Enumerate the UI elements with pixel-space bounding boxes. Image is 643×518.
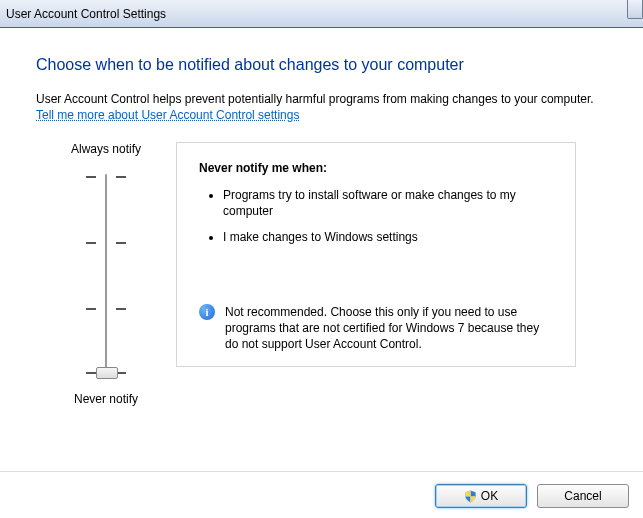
ok-button[interactable]: OK [435,484,527,508]
level-bullet-list: Programs try to install software or make… [199,187,553,246]
ok-button-label: OK [481,489,498,503]
level-bullet: Programs try to install software or make… [223,187,553,219]
level-bullet: I make changes to Windows settings [223,229,553,245]
uac-slider[interactable] [76,164,136,384]
slider-tick [116,176,126,178]
footer-separator [0,471,643,472]
cancel-button[interactable]: Cancel [537,484,629,508]
slider-area: Always notify Never notify Never notify … [36,142,607,406]
page-heading: Choose when to be notified about changes… [36,56,607,74]
slider-tick [116,242,126,244]
slider-tick [86,308,96,310]
title-bar: User Account Control Settings [0,0,643,28]
description-text: User Account Control helps prevent poten… [36,92,607,106]
slider-column: Always notify Never notify [36,142,176,406]
info-icon [199,304,215,320]
learn-more-link[interactable]: Tell me more about User Account Control … [36,108,299,122]
slider-tick [116,308,126,310]
window-control-button[interactable] [627,0,643,19]
slider-bottom-label: Never notify [74,392,138,406]
level-description-box: Never notify me when: Programs try to in… [176,142,576,367]
cancel-button-label: Cancel [564,489,601,503]
slider-thumb[interactable] [96,367,118,379]
content-area: Choose when to be notified about changes… [0,28,643,406]
footer-buttons: OK Cancel [435,484,629,508]
slider-tick [86,176,96,178]
window-title: User Account Control Settings [6,7,166,21]
slider-track [105,174,107,374]
recommendation-note: Not recommended. Choose this only if you… [199,304,553,353]
level-title: Never notify me when: [199,161,553,175]
slider-top-label: Always notify [71,142,141,156]
recommendation-text: Not recommended. Choose this only if you… [225,304,553,353]
shield-icon [464,490,477,503]
slider-tick [86,242,96,244]
slider-tick [86,372,96,374]
